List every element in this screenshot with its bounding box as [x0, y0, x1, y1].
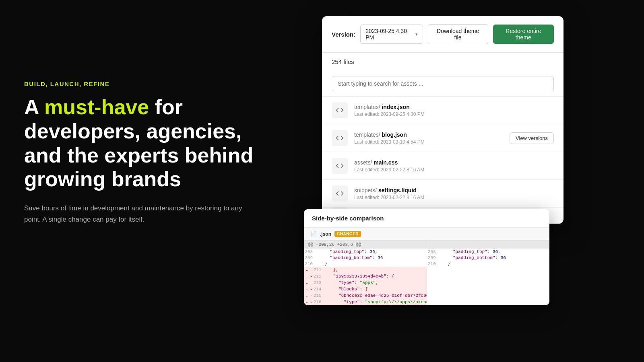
diff-line-removed: - 213 "type": "apps",	[304, 280, 427, 286]
file-item: templates/ index.json Last edited: 2023-…	[322, 97, 564, 124]
file-icon	[332, 185, 348, 202]
comparison-panel: Side-by-side comparison 📄 .json CHANGED …	[304, 209, 549, 305]
diff-container: @@ -208,26 +208,6 @@ 208 "padding_top": …	[304, 241, 549, 305]
file-item: snippets/ settings.liquid Last edited: 2…	[322, 180, 564, 208]
file-meta: Last edited: 2023-02-22 8:16 AM	[354, 167, 554, 173]
diff-line: 209 "padding_bottom": 36	[304, 255, 427, 261]
description: Save hours of time in development and ma…	[24, 203, 250, 225]
diff-line: 210 }	[427, 261, 550, 267]
diff-line: 208 "padding_top": 36,	[304, 249, 427, 255]
file-folder: assets/	[354, 159, 374, 166]
files-count: 254 files	[322, 53, 564, 71]
diff-left: @@ -208,26 +208,6 @@ 208 "padding_top": …	[304, 241, 427, 305]
file-name-row: templates/ index.json	[354, 104, 554, 110]
diff-line-removed: - 212 "1695623371354d4e4b": {	[304, 273, 427, 280]
headline: A must-have for developers, agencies, an…	[24, 95, 274, 191]
tagline: BUILD, LAUNCH, REFINE	[24, 80, 274, 87]
file-folder: templates/	[354, 104, 382, 110]
search-input[interactable]	[332, 76, 554, 91]
view-versions-button[interactable]: View versions	[510, 132, 554, 144]
version-value: 2023-09-25 4:30 PM	[365, 28, 412, 41]
restore-theme-button[interactable]: Restore entire theme	[493, 25, 554, 44]
file-info: snippets/ settings.liquid Last edited: 2…	[354, 187, 554, 200]
file-name: blog.json	[382, 132, 407, 138]
diff-line-removed: - 215 "6b4cce3c-edae-4d25-b1cf-db772fc90…	[304, 292, 427, 299]
file-folder: snippets/	[354, 187, 378, 193]
file-info: assets/ main.css Last edited: 2023-02-22…	[354, 159, 554, 173]
changed-badge: CHANGED	[334, 231, 361, 237]
file-item: assets/ main.css Last edited: 2023-02-22…	[322, 152, 564, 180]
diff-line: 208 "padding_top": 36,	[427, 249, 550, 255]
file-name-row: assets/ main.css	[354, 159, 554, 166]
diff-line-removed: - 211 },	[304, 267, 427, 273]
download-theme-button[interactable]: Download theme file	[428, 24, 488, 44]
comparison-file-bar: 📄 .json CHANGED	[304, 228, 549, 241]
file-name: index.json	[382, 104, 409, 110]
file-ext: .json	[320, 231, 331, 237]
diff-line-removed: - 216 "type": "shopify:\/\/apps\/okendo-…	[304, 299, 427, 305]
file-list: templates/ index.json Last edited: 2023-…	[322, 97, 564, 224]
file-folder: templates/	[354, 132, 382, 138]
diff-right: 208 "padding_top": 36, 209 "padding_bott…	[427, 241, 550, 305]
search-container	[322, 71, 564, 97]
diff-header-right	[427, 241, 550, 249]
main-panel: Version: 2023-09-25 4:30 PM ▾ Download t…	[322, 16, 564, 224]
file-info: templates/ index.json Last edited: 2023-…	[354, 104, 554, 117]
headline-highlight: must-have	[44, 95, 149, 119]
file-name: main.css	[374, 159, 398, 166]
left-panel: BUILD, LAUNCH, REFINE A must-have for de…	[24, 80, 274, 225]
comparison-title: Side-by-side comparison	[304, 209, 549, 228]
file-name-row: snippets/ settings.liquid	[354, 187, 554, 193]
file-icon	[332, 158, 348, 174]
version-label: Version:	[332, 31, 355, 38]
chevron-down-icon: ▾	[415, 32, 418, 37]
file-name: settings.liquid	[378, 187, 417, 193]
file-item: templates/ blog.json Last edited: 2023-0…	[322, 124, 564, 152]
diff-line: 209 "padding_bottom": 36	[427, 255, 550, 261]
diff-line-removed: - 214 "blocks": {	[304, 286, 427, 292]
diff-header: @@ -208,26 +208,6 @@	[304, 241, 427, 249]
file-meta: Last edited: 2023-02-22 8:16 AM	[354, 195, 554, 200]
file-document-icon: 📄	[310, 231, 317, 237]
file-icon	[332, 130, 348, 146]
file-icon	[332, 102, 348, 118]
diff-line: 210 }	[304, 261, 427, 267]
headline-start: A	[24, 95, 44, 119]
panel-header: Version: 2023-09-25 4:30 PM ▾ Download t…	[322, 16, 564, 53]
file-meta: Last edited: 2023-09-25 4:30 PM	[354, 111, 554, 117]
version-dropdown[interactable]: 2023-09-25 4:30 PM ▾	[360, 25, 423, 44]
